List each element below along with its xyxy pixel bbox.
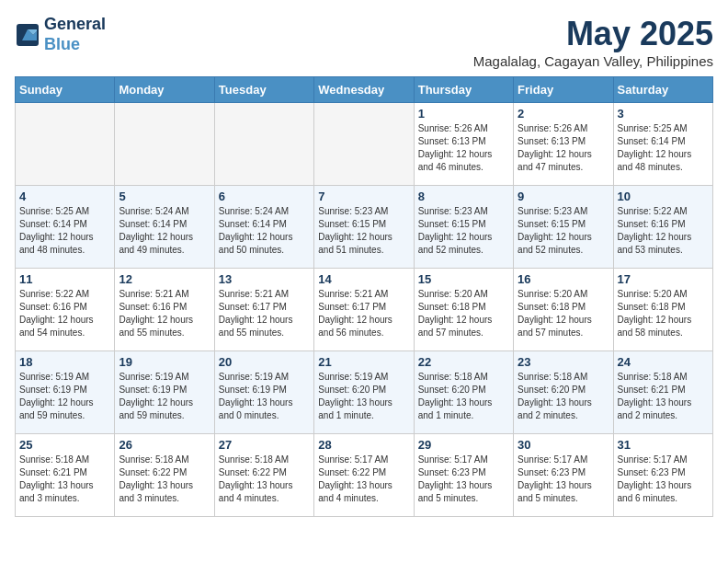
calendar-cell: 15Sunrise: 5:20 AM Sunset: 6:18 PM Dayli… xyxy=(414,269,513,351)
day-number: 22 xyxy=(418,355,509,369)
day-info: Sunrise: 5:18 AM Sunset: 6:22 PM Dayligh… xyxy=(219,454,310,505)
day-number: 20 xyxy=(219,355,310,369)
calendar-cell: 8Sunrise: 5:23 AM Sunset: 6:15 PM Daylig… xyxy=(414,186,513,269)
calendar-cell: 30Sunrise: 5:17 AM Sunset: 6:23 PM Dayli… xyxy=(514,434,613,517)
day-info: Sunrise: 5:19 AM Sunset: 6:19 PM Dayligh… xyxy=(219,371,310,422)
day-number: 3 xyxy=(618,107,709,121)
day-info: Sunrise: 5:23 AM Sunset: 6:15 PM Dayligh… xyxy=(318,205,409,257)
weekday-header: Tuesday xyxy=(214,77,313,103)
calendar-cell: 3Sunrise: 5:25 AM Sunset: 6:14 PM Daylig… xyxy=(613,103,712,186)
day-number: 11 xyxy=(19,272,110,286)
calendar-table: SundayMondayTuesdayWednesdayThursdayFrid… xyxy=(15,76,713,517)
day-info: Sunrise: 5:22 AM Sunset: 6:16 PM Dayligh… xyxy=(19,288,110,339)
calendar-cell: 14Sunrise: 5:21 AM Sunset: 6:17 PM Dayli… xyxy=(314,269,414,351)
day-number: 9 xyxy=(518,190,609,203)
calendar-cell: 6Sunrise: 5:24 AM Sunset: 6:14 PM Daylig… xyxy=(214,186,313,269)
day-number: 16 xyxy=(518,272,609,286)
day-info: Sunrise: 5:25 AM Sunset: 6:14 PM Dayligh… xyxy=(618,122,709,174)
calendar-cell: 10Sunrise: 5:22 AM Sunset: 6:16 PM Dayli… xyxy=(613,186,712,269)
calendar-cell: 18Sunrise: 5:19 AM Sunset: 6:19 PM Dayli… xyxy=(16,351,115,434)
calendar-cell: 27Sunrise: 5:18 AM Sunset: 6:22 PM Dayli… xyxy=(214,434,313,517)
day-number: 24 xyxy=(618,355,709,369)
day-info: Sunrise: 5:18 AM Sunset: 6:21 PM Dayligh… xyxy=(19,454,110,505)
calendar-cell: 21Sunrise: 5:19 AM Sunset: 6:20 PM Dayli… xyxy=(314,351,414,434)
calendar-cell: 4Sunrise: 5:25 AM Sunset: 6:14 PM Daylig… xyxy=(16,186,115,269)
logo-text: General Blue xyxy=(44,15,106,54)
calendar-cell: 25Sunrise: 5:18 AM Sunset: 6:21 PM Dayli… xyxy=(16,434,115,517)
calendar-cell: 23Sunrise: 5:18 AM Sunset: 6:20 PM Dayli… xyxy=(514,351,613,434)
day-info: Sunrise: 5:20 AM Sunset: 6:18 PM Dayligh… xyxy=(518,288,609,339)
weekday-header: Friday xyxy=(514,77,613,103)
calendar-week-row: 4Sunrise: 5:25 AM Sunset: 6:14 PM Daylig… xyxy=(16,186,713,269)
day-info: Sunrise: 5:17 AM Sunset: 6:23 PM Dayligh… xyxy=(518,454,609,505)
calendar-cell: 19Sunrise: 5:19 AM Sunset: 6:19 PM Dayli… xyxy=(115,351,214,434)
day-number: 18 xyxy=(19,355,110,369)
calendar-cell: 31Sunrise: 5:17 AM Sunset: 6:23 PM Dayli… xyxy=(613,434,712,517)
title-block: May 2025 Magalalag, Cagayan Valley, Phil… xyxy=(473,15,713,69)
calendar-cell: 13Sunrise: 5:21 AM Sunset: 6:17 PM Dayli… xyxy=(214,269,313,351)
day-info: Sunrise: 5:21 AM Sunset: 6:16 PM Dayligh… xyxy=(119,288,210,339)
day-info: Sunrise: 5:24 AM Sunset: 6:14 PM Dayligh… xyxy=(119,205,210,257)
day-info: Sunrise: 5:20 AM Sunset: 6:18 PM Dayligh… xyxy=(418,288,509,339)
calendar-cell: 17Sunrise: 5:20 AM Sunset: 6:18 PM Dayli… xyxy=(613,269,712,351)
weekday-header: Wednesday xyxy=(314,77,414,103)
calendar-cell xyxy=(214,103,313,186)
day-number: 14 xyxy=(318,272,409,286)
day-number: 10 xyxy=(618,190,709,203)
day-number: 26 xyxy=(119,438,210,452)
calendar-header-row: SundayMondayTuesdayWednesdayThursdayFrid… xyxy=(16,77,713,103)
calendar-cell: 22Sunrise: 5:18 AM Sunset: 6:20 PM Dayli… xyxy=(414,351,513,434)
day-info: Sunrise: 5:17 AM Sunset: 6:23 PM Dayligh… xyxy=(418,454,509,505)
location: Magalalag, Cagayan Valley, Philippines xyxy=(473,53,713,69)
day-info: Sunrise: 5:24 AM Sunset: 6:14 PM Dayligh… xyxy=(219,205,310,257)
calendar-week-row: 11Sunrise: 5:22 AM Sunset: 6:16 PM Dayli… xyxy=(16,269,713,351)
weekday-header: Sunday xyxy=(16,77,115,103)
day-info: Sunrise: 5:19 AM Sunset: 6:19 PM Dayligh… xyxy=(119,371,210,422)
month-title: May 2025 xyxy=(473,15,713,53)
calendar-cell: 1Sunrise: 5:26 AM Sunset: 6:13 PM Daylig… xyxy=(414,103,513,186)
calendar-week-row: 18Sunrise: 5:19 AM Sunset: 6:19 PM Dayli… xyxy=(16,351,713,434)
day-number: 7 xyxy=(318,190,409,203)
calendar-cell: 2Sunrise: 5:26 AM Sunset: 6:13 PM Daylig… xyxy=(514,103,613,186)
day-info: Sunrise: 5:17 AM Sunset: 6:22 PM Dayligh… xyxy=(318,454,409,505)
calendar-cell xyxy=(115,103,214,186)
calendar-cell: 20Sunrise: 5:19 AM Sunset: 6:19 PM Dayli… xyxy=(214,351,313,434)
day-number: 13 xyxy=(219,272,310,286)
day-number: 5 xyxy=(119,190,210,203)
page-header: General Blue May 2025 Magalalag, Cagayan… xyxy=(15,15,713,69)
day-info: Sunrise: 5:19 AM Sunset: 6:19 PM Dayligh… xyxy=(19,371,110,422)
calendar-body: 1Sunrise: 5:26 AM Sunset: 6:13 PM Daylig… xyxy=(16,103,713,517)
day-number: 19 xyxy=(119,355,210,369)
calendar-cell: 9Sunrise: 5:23 AM Sunset: 6:15 PM Daylig… xyxy=(514,186,613,269)
calendar-cell: 28Sunrise: 5:17 AM Sunset: 6:22 PM Dayli… xyxy=(314,434,414,517)
day-info: Sunrise: 5:18 AM Sunset: 6:20 PM Dayligh… xyxy=(418,371,509,422)
day-info: Sunrise: 5:23 AM Sunset: 6:15 PM Dayligh… xyxy=(518,205,609,257)
logo: General Blue xyxy=(15,15,106,54)
calendar-week-row: 1Sunrise: 5:26 AM Sunset: 6:13 PM Daylig… xyxy=(16,103,713,186)
day-number: 15 xyxy=(418,272,509,286)
day-number: 2 xyxy=(518,107,609,121)
day-number: 12 xyxy=(119,272,210,286)
logo-icon xyxy=(15,22,40,48)
day-info: Sunrise: 5:26 AM Sunset: 6:13 PM Dayligh… xyxy=(418,122,509,174)
day-info: Sunrise: 5:17 AM Sunset: 6:23 PM Dayligh… xyxy=(618,454,709,505)
day-info: Sunrise: 5:20 AM Sunset: 6:18 PM Dayligh… xyxy=(618,288,709,339)
day-number: 17 xyxy=(618,272,709,286)
calendar-cell: 11Sunrise: 5:22 AM Sunset: 6:16 PM Dayli… xyxy=(16,269,115,351)
calendar-cell: 16Sunrise: 5:20 AM Sunset: 6:18 PM Dayli… xyxy=(514,269,613,351)
calendar-cell: 5Sunrise: 5:24 AM Sunset: 6:14 PM Daylig… xyxy=(115,186,214,269)
day-info: Sunrise: 5:21 AM Sunset: 6:17 PM Dayligh… xyxy=(219,288,310,339)
day-number: 27 xyxy=(219,438,310,452)
day-info: Sunrise: 5:19 AM Sunset: 6:20 PM Dayligh… xyxy=(318,371,409,422)
day-number: 31 xyxy=(618,438,709,452)
day-number: 25 xyxy=(19,438,110,452)
calendar-cell xyxy=(314,103,414,186)
day-number: 28 xyxy=(318,438,409,452)
day-number: 23 xyxy=(518,355,609,369)
day-number: 30 xyxy=(518,438,609,452)
calendar-cell: 24Sunrise: 5:18 AM Sunset: 6:21 PM Dayli… xyxy=(613,351,712,434)
day-info: Sunrise: 5:21 AM Sunset: 6:17 PM Dayligh… xyxy=(318,288,409,339)
day-number: 21 xyxy=(318,355,409,369)
calendar-cell: 7Sunrise: 5:23 AM Sunset: 6:15 PM Daylig… xyxy=(314,186,414,269)
day-number: 29 xyxy=(418,438,509,452)
